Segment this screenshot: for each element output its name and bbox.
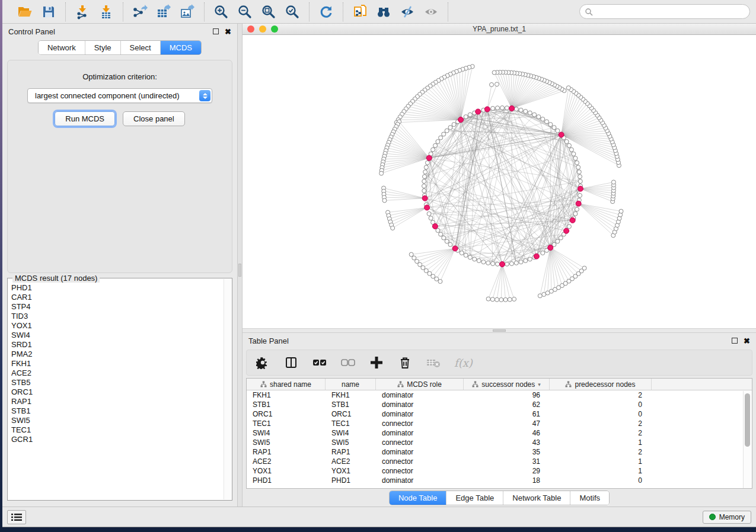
mcds-result-item[interactable]: STB1 — [11, 406, 224, 416]
graph-node[interactable] — [439, 136, 443, 140]
graph-mcds-hub-node[interactable] — [509, 105, 515, 111]
graph-node[interactable] — [468, 255, 472, 259]
graph-node[interactable] — [575, 207, 579, 211]
graph-leaf-node[interactable] — [566, 86, 570, 90]
graph-mcds-hub-node[interactable] — [548, 245, 553, 251]
table-cell[interactable]: 2 — [550, 428, 652, 438]
mcds-result-scrollbar[interactable] — [224, 279, 231, 499]
table-cell[interactable]: 2 — [550, 419, 652, 428]
graph-node[interactable] — [452, 123, 456, 127]
table-cell[interactable]: 35 — [464, 447, 550, 457]
graph-node[interactable] — [424, 165, 428, 169]
table-cell[interactable]: dominator — [376, 447, 464, 457]
table-cell[interactable]: 2 — [550, 447, 652, 457]
add-column-button[interactable] — [369, 355, 384, 370]
graph-node[interactable] — [564, 140, 569, 144]
graph-node[interactable] — [464, 253, 468, 257]
deselect-all-button[interactable] — [340, 355, 356, 370]
table-cell[interactable]: SWI5 — [247, 438, 326, 447]
open-file-button[interactable] — [15, 3, 34, 21]
graph-leaf-node[interactable] — [495, 297, 499, 302]
import-table-button[interactable] — [97, 3, 116, 21]
graph-mcds-hub-node[interactable] — [570, 217, 575, 223]
tab-motifs[interactable]: Motifs — [570, 491, 609, 505]
tab-edge-table[interactable]: Edge Table — [446, 491, 503, 505]
graph-node[interactable] — [431, 148, 435, 152]
table-row[interactable]: PHD1PHD1dominator180 — [247, 476, 752, 485]
table-cell[interactable]: FKH1 — [247, 390, 326, 400]
table-row[interactable]: FKH1FKH1dominator962 — [247, 390, 752, 400]
graph-node[interactable] — [567, 225, 571, 229]
graph-node[interactable] — [578, 175, 582, 179]
table-cell[interactable]: 46 — [464, 428, 550, 438]
graph-mcds-hub-node[interactable] — [578, 186, 583, 191]
table-row[interactable]: TEC1TEC1connector472 — [247, 419, 752, 428]
table-row[interactable]: YOX1YOX1connector291 — [247, 466, 752, 476]
search-input[interactable] — [595, 8, 745, 16]
graph-node[interactable] — [491, 106, 495, 110]
table-cell[interactable]: dominator — [376, 428, 464, 438]
table-cell[interactable]: 18 — [464, 476, 550, 485]
graph-node[interactable] — [519, 260, 523, 264]
graph-node[interactable] — [573, 211, 578, 216]
table-cell[interactable]: 96 — [464, 390, 550, 400]
graph-node[interactable] — [567, 143, 571, 148]
graph-leaf-node[interactable] — [412, 256, 416, 260]
table-cell[interactable]: ACE2 — [326, 457, 376, 466]
graph-node[interactable] — [509, 262, 513, 266]
graph-node[interactable] — [423, 170, 428, 174]
graph-node[interactable] — [442, 236, 446, 240]
table-cell[interactable]: SWI4 — [326, 428, 376, 438]
table-row[interactable]: SWI5SWI5connector431 — [247, 438, 752, 447]
graph-node[interactable] — [569, 148, 573, 152]
graph-node[interactable] — [448, 242, 452, 246]
export-table-button[interactable] — [154, 3, 173, 21]
graph-node[interactable] — [427, 211, 431, 216]
graph-leaf-node[interactable] — [428, 271, 432, 275]
graph-node[interactable] — [439, 232, 443, 236]
zoom-selected-button[interactable] — [283, 3, 302, 21]
graph-mcds-hub-node[interactable] — [458, 117, 464, 123]
table-cell[interactable]: PHD1 — [326, 476, 376, 485]
graph-node[interactable] — [575, 161, 579, 165]
export-network-button[interactable] — [130, 3, 149, 21]
graph-node[interactable] — [486, 261, 490, 265]
table-cell[interactable]: 29 — [464, 466, 550, 476]
tab-style[interactable]: Style — [85, 41, 120, 55]
table-scrollbar[interactable] — [743, 391, 752, 488]
graph-node[interactable] — [460, 251, 464, 255]
table-cell[interactable]: dominator — [376, 390, 464, 400]
minimize-window-icon[interactable] — [259, 25, 266, 33]
maximize-window-icon[interactable] — [271, 25, 278, 33]
graph-node[interactable] — [496, 262, 500, 266]
table-cell[interactable]: TEC1 — [326, 419, 376, 428]
table-cell[interactable]: STB1 — [247, 400, 326, 409]
graph-node[interactable] — [505, 106, 509, 110]
column-header-successor-nodes[interactable]: successor nodes▾ — [464, 379, 550, 390]
mcds-result-item[interactable]: TEC1 — [11, 425, 224, 435]
column-header-predecessor-nodes[interactable]: predecessor nodes — [550, 379, 652, 390]
table-cell[interactable]: dominator — [376, 400, 464, 409]
graph-mcds-hub-node[interactable] — [564, 228, 569, 233]
graph-node[interactable] — [524, 109, 528, 113]
close-panel-icon[interactable]: ✖ — [744, 336, 750, 345]
graph-mcds-hub-node[interactable] — [484, 107, 490, 112]
graph-mcds-hub-node[interactable] — [476, 109, 481, 114]
graph-leaf-node[interactable] — [503, 297, 508, 302]
zoom-fit-button[interactable] — [259, 3, 278, 21]
graph-node[interactable] — [442, 132, 446, 136]
graph-node[interactable] — [528, 257, 532, 261]
graph-node[interactable] — [541, 251, 545, 255]
graph-leaf-node[interactable] — [492, 70, 496, 75]
column-header-MCDS-role[interactable]: MCDS role — [376, 379, 464, 390]
splitter-grip[interactable] — [238, 264, 241, 277]
graph-node[interactable] — [505, 262, 509, 266]
table-row[interactable]: ORC1ORC1dominator610 — [247, 409, 752, 419]
graph-leaf-node[interactable] — [391, 226, 395, 230]
vertical-splitter[interactable] — [237, 24, 243, 507]
graph-leaf-node[interactable] — [382, 198, 387, 203]
graph-node[interactable] — [491, 262, 495, 266]
select-all-button[interactable] — [312, 355, 327, 370]
table-cell[interactable]: 0 — [550, 476, 652, 485]
graph-node[interactable] — [548, 123, 553, 127]
